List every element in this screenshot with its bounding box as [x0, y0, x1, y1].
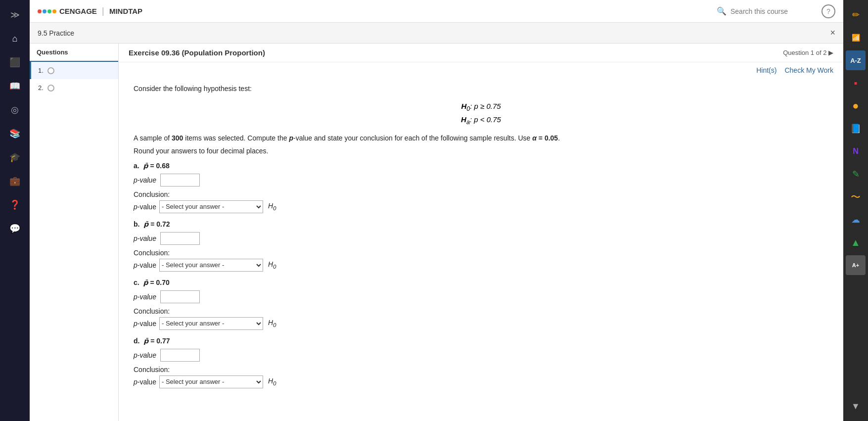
- part-a-pvalue-row: p-value: [134, 174, 828, 187]
- sidebar-briefcase[interactable]: 💼: [5, 171, 25, 191]
- part-a-h0-label: H0: [268, 202, 276, 211]
- part-d-pvalue-label: p-value: [134, 351, 156, 359]
- part-b-select[interactable]: - Select your answer -: [159, 259, 263, 272]
- sidebar-library[interactable]: 📚: [5, 124, 25, 143]
- part-c-pvalue-input[interactable]: [160, 290, 200, 303]
- part-c-conclusion-label: Conclusion:: [134, 307, 828, 315]
- exercise-actions: Hint(s) Check My Work: [119, 62, 843, 78]
- sidebar-chat[interactable]: 💬: [5, 219, 25, 238]
- part-d-pvalue-input[interactable]: [160, 349, 200, 362]
- top-bar: CENGAGE | MINDTAP 🔍 ?: [30, 0, 843, 23]
- round-text: Round your answers to four decimal place…: [134, 147, 828, 155]
- user-plus-icon[interactable]: A+: [846, 255, 866, 275]
- search-area: 🔍: [717, 6, 810, 16]
- logo: CENGAGE | MINDTAP: [38, 6, 142, 16]
- part-a-pvalue-input[interactable]: [160, 174, 200, 187]
- exercise-header: Exercise 09.36 (Population Proportion) Q…: [119, 44, 843, 62]
- part-d-pvalue-row: p-value: [134, 349, 828, 362]
- part-c-pvalue-label: p-value: [134, 293, 156, 301]
- logo-product: MINDTAP: [109, 7, 142, 15]
- question-item-2[interactable]: 2.: [30, 79, 118, 96]
- part-d-conclusion-row: p-value - Select your answer - H0: [134, 375, 828, 388]
- exercise-body: Consider the following hypothesis test: …: [119, 78, 843, 410]
- drive-icon[interactable]: ▲: [846, 233, 866, 252]
- logo-dot-red: [38, 9, 42, 13]
- logo-dot-green: [47, 9, 51, 13]
- panel-title: 9.5 Practice: [38, 29, 74, 37]
- logo-cengage: CENGAGE: [59, 7, 97, 15]
- questions-panel: Questions 1. 2.: [30, 44, 119, 421]
- logo-dots: [38, 9, 56, 13]
- hint-button[interactable]: Hint(s): [756, 66, 777, 74]
- logo-separator: |: [102, 6, 104, 16]
- part-b-h0-label: H0: [268, 260, 276, 270]
- part-d-select-label: p-value: [134, 378, 156, 386]
- question-radio-1[interactable]: [47, 67, 54, 74]
- part-c-header: c. p̄ = 0.70: [134, 279, 828, 286]
- part-c-select-label: p-value: [134, 320, 156, 327]
- question-nav: Question 1 of 2 ▶: [783, 49, 833, 56]
- expand-icon[interactable]: ▼: [846, 396, 866, 416]
- part-a-select[interactable]: - Select your answer -: [159, 200, 263, 213]
- h0-equation: H0: p ≥ 0.75: [134, 102, 828, 112]
- wavy-icon[interactable]: 〜: [846, 187, 866, 207]
- green-edit-icon[interactable]: ✎: [846, 164, 866, 184]
- part-d-select[interactable]: - Select your answer -: [159, 375, 263, 388]
- part-c-conclusion-row: p-value - Select your answer - H0: [134, 317, 828, 330]
- right-sidebar: ✏ 📶 A-Z ▪ ● 📘 N ✎ 〜 ☁ ▲ A+ ▼: [843, 0, 868, 421]
- sidebar-info[interactable]: ◎: [5, 100, 25, 120]
- sidebar-help[interactable]: ❓: [5, 195, 25, 215]
- exercise-title: Exercise 09.36 (Population Proportion): [129, 48, 265, 57]
- logo-dot-yellow: [52, 9, 56, 13]
- part-c-pvalue-row: p-value: [134, 290, 828, 303]
- question-number-1: 1.: [38, 67, 44, 74]
- part-b-conclusion-row: p-value - Select your answer - H0: [134, 259, 828, 272]
- az-icon[interactable]: A-Z: [846, 50, 866, 70]
- part-b-pvalue-input[interactable]: [160, 232, 200, 245]
- part-b-pvalue-row: p-value: [134, 232, 828, 245]
- close-button[interactable]: ×: [830, 28, 835, 38]
- circle-orange-icon[interactable]: ●: [846, 96, 866, 116]
- part-a-conclusion-label: Conclusion:: [134, 190, 828, 198]
- question-radio-2[interactable]: [47, 85, 54, 92]
- sidebar-expand[interactable]: ≫: [5, 5, 25, 25]
- search-icon: 🔍: [717, 6, 727, 16]
- question-number-2: 2.: [38, 84, 44, 92]
- sidebar-book[interactable]: 📖: [5, 76, 25, 96]
- sidebar-dashboard[interactable]: ⬛: [5, 52, 25, 72]
- part-c-h0-label: H0: [268, 319, 276, 328]
- sidebar-home[interactable]: ⌂: [5, 29, 25, 48]
- part-b-pvalue-label: p-value: [134, 234, 156, 242]
- ha-equation: Ha: p < 0.75: [134, 115, 828, 126]
- part-d-header: d. p̄ = 0.77: [134, 337, 828, 345]
- onenote-icon[interactable]: N: [846, 141, 866, 161]
- part-d-h0-label: H0: [268, 377, 276, 386]
- pencil-icon[interactable]: ✏: [846, 5, 866, 25]
- check-my-work-button[interactable]: Check My Work: [784, 66, 833, 74]
- search-input[interactable]: [731, 7, 810, 15]
- sample-text: A sample of 300 items was selected. Comp…: [134, 133, 828, 143]
- part-b-conclusion-label: Conclusion:: [134, 249, 828, 257]
- help-icon[interactable]: ?: [822, 4, 835, 18]
- sidebar-graduation[interactable]: 🎓: [5, 147, 25, 167]
- questions-header: Questions: [30, 44, 118, 62]
- content-panel: 9.5 Practice × Questions 1. 2.: [30, 23, 843, 421]
- part-a-select-label: p-value: [134, 203, 156, 211]
- rss-icon[interactable]: 📶: [846, 28, 866, 47]
- part-c-select[interactable]: - Select your answer -: [159, 317, 263, 330]
- part-a-conclusion-row: p-value - Select your answer - H0: [134, 200, 828, 213]
- blue-book-icon[interactable]: 📘: [846, 119, 866, 139]
- question-item-1[interactable]: 1.: [30, 62, 118, 79]
- part-b-header: b. p̄ = 0.72: [134, 220, 828, 228]
- part-d-conclusion-label: Conclusion:: [134, 366, 828, 374]
- intro-text: Consider the following hypothesis test:: [134, 83, 828, 94]
- part-a-header: a. p̄ = 0.68: [134, 162, 828, 170]
- cloud-icon[interactable]: ☁: [846, 210, 866, 230]
- main-area: CENGAGE | MINDTAP 🔍 ? 9.5 Practice × Que…: [30, 0, 843, 421]
- exercise-area: Questions 1. 2. Exercise 09.36 (Populati…: [30, 44, 843, 421]
- part-b-select-label: p-value: [134, 261, 156, 269]
- exercise-content: Exercise 09.36 (Population Proportion) Q…: [119, 44, 843, 421]
- logo-dot-blue: [43, 9, 46, 13]
- office-icon[interactable]: ▪: [846, 73, 866, 93]
- part-a-pvalue-label: p-value: [134, 176, 156, 184]
